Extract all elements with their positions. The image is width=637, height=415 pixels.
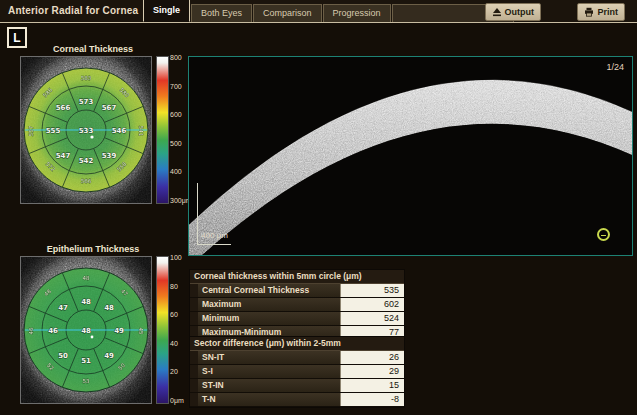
svg-text:46: 46 <box>48 327 58 335</box>
svg-text:566: 566 <box>56 104 71 112</box>
svg-text:45: 45 <box>138 328 144 335</box>
corneal-thickness-table: Corneal thickness within 5mm circle (μm)… <box>189 269 405 341</box>
circled-minus-icon[interactable] <box>597 228 610 241</box>
table-row: SN-IT 26 <box>190 351 404 365</box>
corneal-colorbar <box>156 56 169 204</box>
svg-text:53: 53 <box>83 378 90 384</box>
svg-text:50: 50 <box>58 352 68 360</box>
eye-laterality-badge: L <box>7 27 27 48</box>
output-button[interactable]: Output <box>485 3 542 21</box>
scale-bar: 400 μm <box>197 183 231 245</box>
page-title: Anterior Radial for Cornea <box>8 5 138 16</box>
tab-comparison[interactable]: Comparison <box>253 4 322 22</box>
table-row: T-N -8 <box>190 393 404 407</box>
svg-text:49: 49 <box>114 327 124 335</box>
svg-text:583: 583 <box>81 75 92 81</box>
svg-text:48: 48 <box>83 275 90 281</box>
corneal-thickness-map: 533 573 567 546 539 542 547 555 566 583 … <box>20 56 152 204</box>
sector-difference-table: Sector difference (μm) within 2-5mm SN-I… <box>189 336 405 408</box>
corneal-center-value: 533 <box>79 127 94 135</box>
tab-single[interactable]: Single <box>143 0 190 22</box>
svg-text:541: 541 <box>138 126 144 137</box>
svg-text:547: 547 <box>56 152 71 160</box>
svg-text:566: 566 <box>81 178 92 184</box>
epithelium-thickness-title: Epithelium Thickness <box>28 244 158 254</box>
corneal-thickness-title: Corneal Thickness <box>28 44 158 54</box>
view-tabs: Single Both Eyes Comparison Progression <box>143 1 515 22</box>
svg-text:46: 46 <box>28 327 34 334</box>
table-row: S-I 29 <box>190 365 404 379</box>
svg-text:48: 48 <box>81 298 91 306</box>
svg-text:546: 546 <box>112 127 127 135</box>
svg-text:539: 539 <box>102 152 117 160</box>
vertex-marker-dot <box>90 135 93 138</box>
svg-text:47: 47 <box>58 304 68 312</box>
table-row: ST-IN 15 <box>190 379 404 393</box>
table-row: Minimum 524 <box>190 312 404 326</box>
oct-bscan-viewer[interactable]: 1/24 400 μm <box>188 56 633 256</box>
svg-text:49: 49 <box>104 352 114 360</box>
printer-icon <box>584 7 594 17</box>
table-row: Maximum 602 <box>190 298 404 312</box>
tab-progression[interactable]: Progression <box>323 4 391 22</box>
svg-text:51: 51 <box>81 357 91 365</box>
table-header: Sector difference (μm) within 2-5mm <box>190 337 404 351</box>
tab-both-eyes[interactable]: Both Eyes <box>191 4 252 22</box>
scale-bar-label: 400 μm <box>201 231 228 240</box>
epithelium-colorbar <box>156 256 169 404</box>
epithelium-center-value: 48 <box>81 327 91 335</box>
anterior-radial-screen: Anterior Radial for Cornea Single Both E… <box>0 0 637 415</box>
svg-text:573: 573 <box>79 98 94 106</box>
output-button-label: Output <box>505 7 535 17</box>
top-bar: Anterior Radial for Cornea Single Both E… <box>0 0 637 23</box>
output-icon <box>492 7 502 17</box>
svg-text:567: 567 <box>102 104 117 112</box>
table-header: Corneal thickness within 5mm circle (μm) <box>190 270 404 284</box>
table-row: Central Corneal Thickness 535 <box>190 284 404 298</box>
frame-counter: 1/24 <box>606 62 624 72</box>
epithelium-thickness-map: 48 48 48 49 49 51 50 46 47 48 47 45 50 5… <box>20 256 152 404</box>
oct-bscan-image <box>189 57 632 255</box>
print-button-label: Print <box>597 7 618 17</box>
svg-text:555: 555 <box>46 127 61 135</box>
print-button[interactable]: Print <box>577 3 625 21</box>
vertex-marker-dot <box>91 336 94 339</box>
svg-text:48: 48 <box>104 304 114 312</box>
svg-text:542: 542 <box>79 157 94 165</box>
svg-text:557: 557 <box>28 125 34 136</box>
